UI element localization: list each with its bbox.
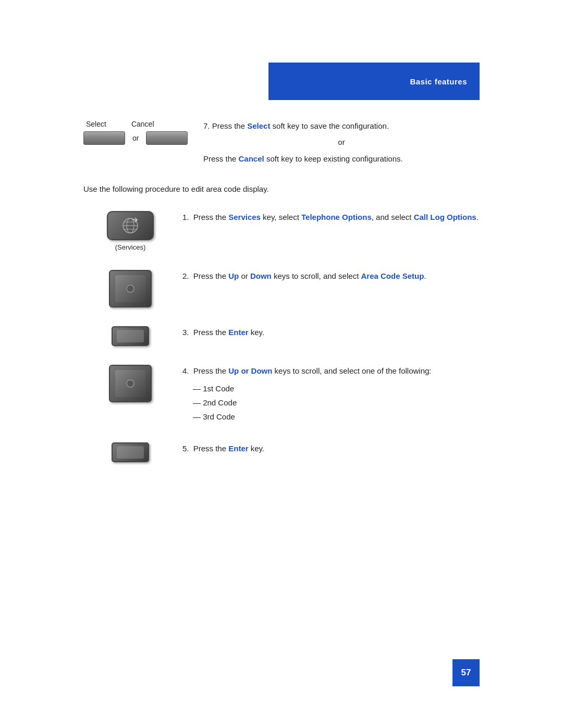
enter-inner-5 [117, 446, 144, 459]
step7-line2: Press the Cancel soft key to keep existi… [203, 153, 480, 165]
procedure-intro: Use the following procedure to edit area… [83, 184, 480, 193]
call-log-options-link: Call Log Options [414, 213, 476, 221]
cancel-softkey-button[interactable] [146, 131, 188, 145]
up-down-link: Up or Down [228, 366, 272, 375]
step5-icon [83, 440, 177, 462]
step4-text: 4. Press the Up or Down keys to scroll, … [182, 365, 480, 377]
or-separator: or [203, 136, 480, 148]
select-link: Select [247, 121, 270, 130]
services-key[interactable] [107, 211, 154, 240]
softkey-buttons: or [83, 131, 198, 145]
step1-text: 1. Press the Services key, select Teleph… [182, 211, 480, 224]
enter-link-5: Enter [228, 444, 248, 453]
down-link: Down [250, 272, 272, 280]
area-code-setup-link: Area Code Setup [361, 272, 424, 280]
nav-center-4 [126, 379, 134, 388]
code-item-2: 2nd Code [193, 396, 480, 410]
step7-left: Select Cancel or [83, 120, 198, 145]
step-row-3: 3. Press the Enter key. [83, 324, 480, 346]
steps-list: (Services) 1. Press the Services key, se… [83, 209, 480, 462]
step3-text: 3. Press the Enter key. [182, 326, 480, 339]
select-softkey-button[interactable] [83, 131, 125, 145]
nav-key-2[interactable] [109, 270, 152, 307]
step-row-2: 2. Press the Up or Down keys to scroll, … [83, 268, 480, 307]
services-label: (Services) [115, 243, 146, 251]
code-list: 1st Code 2nd Code 3rd Code [182, 381, 480, 424]
page-number-text: 57 [461, 668, 471, 678]
globe-svg [120, 216, 140, 236]
step2-icon [83, 268, 177, 307]
page-number-box: 57 [452, 659, 480, 686]
enter-key-3[interactable] [112, 326, 149, 346]
step-row-4: 4. Press the Up or Down keys to scroll, … [83, 363, 480, 424]
step2-text: 2. Press the Up or Down keys to scroll, … [182, 270, 480, 282]
nav-center [126, 285, 134, 293]
cancel-label: Cancel [131, 120, 154, 128]
step-row-1: (Services) 1. Press the Services key, se… [83, 209, 480, 251]
step-row-5: 5. Press the Enter key. [83, 440, 480, 462]
step1-icon: (Services) [83, 209, 177, 251]
enter-inner [117, 330, 144, 342]
services-text-link: Services [228, 213, 261, 221]
telephone-options-link: Telephone Options [301, 213, 372, 221]
softkey-labels: Select Cancel [83, 120, 198, 128]
nav-inner [115, 275, 145, 302]
step3-icon [83, 324, 177, 346]
code-item-3: 3rd Code [193, 410, 480, 424]
step5-text: 5. Press the Enter key. [182, 442, 480, 455]
nav-key-4[interactable] [109, 365, 152, 402]
step7-section: Select Cancel or 7. Press the Select sof… [83, 120, 480, 169]
step1-content: 1. Press the Services key, select Teleph… [177, 209, 480, 224]
nav-inner-4 [115, 370, 145, 397]
select-label: Select [86, 120, 106, 128]
step3-content: 3. Press the Enter key. [177, 324, 480, 339]
step7-line1: 7. Press the Select soft key to save the… [203, 120, 480, 132]
step4-content: 4. Press the Up or Down keys to scroll, … [177, 363, 480, 424]
header-banner: Basic features [268, 63, 480, 100]
step2-content: 2. Press the Up or Down keys to scroll, … [177, 268, 480, 282]
main-content: Select Cancel or 7. Press the Select sof… [83, 120, 480, 462]
step4-icon [83, 363, 177, 402]
enter-key-5[interactable] [112, 442, 149, 462]
or-between-buttons: or [129, 134, 142, 142]
cancel-link: Cancel [239, 154, 264, 163]
up-link: Up [228, 272, 239, 280]
step5-content: 5. Press the Enter key. [177, 440, 480, 455]
enter-link-3: Enter [228, 328, 248, 337]
header-title: Basic features [410, 77, 467, 86]
code-item-1: 1st Code [193, 381, 480, 396]
step7-right: 7. Press the Select soft key to save the… [198, 120, 480, 169]
